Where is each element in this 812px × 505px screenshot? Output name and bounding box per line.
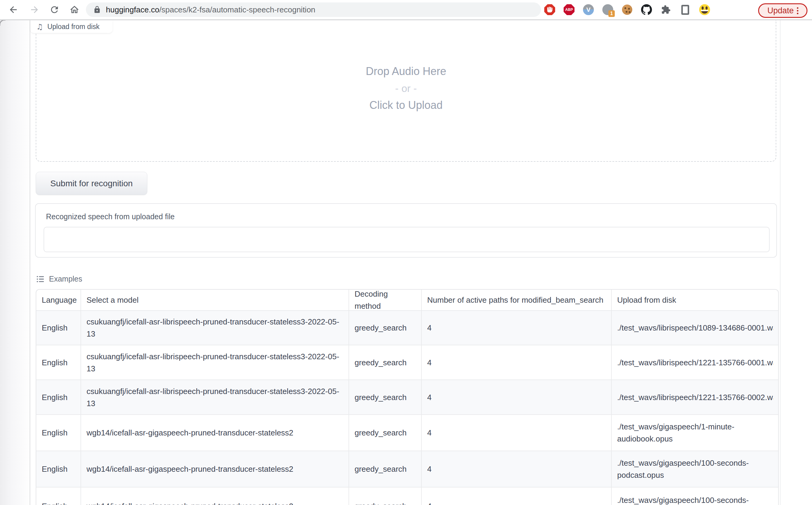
puzzle-icon <box>661 5 671 14</box>
examples-label: Examples <box>49 275 82 283</box>
notification-badge: 1 <box>608 10 615 17</box>
examples-table: LanguageSelect a modelDecoding methodNum… <box>36 289 779 505</box>
table-cell-upload-path: ./test_wavs/librispeech/1221-135766-0002… <box>612 380 779 414</box>
cookie-extension-button[interactable] <box>622 4 633 16</box>
table-cell: wgb14/icefall-asr-gigaspeech-pruned-tran… <box>81 487 349 505</box>
vimium-extension-button[interactable]: V <box>583 4 594 16</box>
example-row[interactable]: Englishwgb14/icefall-asr-gigaspeech-prun… <box>36 451 778 487</box>
abp-extension-button[interactable]: ABP <box>563 4 575 16</box>
abp-icon: ABP <box>564 4 574 15</box>
content-right-border <box>780 20 781 505</box>
adblock-extension-button[interactable] <box>544 4 555 16</box>
table-body: Englishcsukuangfj/icefall-asr-librispeec… <box>36 311 778 505</box>
table-header-row: LanguageSelect a modelDecoding methodNum… <box>36 290 778 311</box>
reload-button[interactable] <box>48 4 60 16</box>
table-cell: English <box>36 311 81 345</box>
lock-icon <box>93 6 101 14</box>
table-cell: 4 <box>422 311 612 345</box>
forward-icon <box>29 5 40 15</box>
tab-upload-from-disk[interactable]: ♫ Upload from disk <box>30 20 113 33</box>
submit-for-recognition-button[interactable]: Submit for recognition <box>36 172 147 195</box>
url-text: huggingface.co/spaces/k2-fsa/automatic-s… <box>106 5 315 14</box>
table-cell-upload-path: ./test_wavs/librispeech/1221-135766-0001… <box>612 345 779 379</box>
notification-extension-button[interactable]: 1 <box>602 4 614 16</box>
table-cell-upload-path: ./test_wavs/librispeech/1089-134686-0001… <box>612 311 779 345</box>
table-cell-upload-path: ./test_wavs/gigaspeech/1-minute-audioboo… <box>612 415 779 451</box>
drop-audio-here-text: Drop Audio Here <box>36 63 776 80</box>
table-cell: csukuangfj/icefall-asr-librispeech-prune… <box>81 311 349 345</box>
extensions-row: ABP V 1 <box>544 4 710 16</box>
table-header-cell: Select a model <box>81 290 349 310</box>
example-row[interactable]: Englishwgb14/icefall-asr-gigaspeech-prun… <box>36 487 778 505</box>
or-text: - or - <box>36 80 776 97</box>
table-header-cell: Upload from disk <box>612 290 779 310</box>
cookie-icon <box>622 5 632 15</box>
v-icon: V <box>583 4 594 15</box>
github-extension-button[interactable] <box>641 4 652 16</box>
output-group: Recognized speech from uploaded file <box>35 203 777 258</box>
gutter-border <box>30 20 30 505</box>
table-header-cell: Language <box>36 290 81 310</box>
home-button[interactable] <box>69 4 81 16</box>
table-cell: 4 <box>422 451 612 487</box>
panel-icon <box>681 5 689 15</box>
forward-button[interactable] <box>28 4 40 16</box>
extensions-menu-button[interactable] <box>660 4 672 16</box>
url-domain: huggingface.co <box>106 5 159 14</box>
github-icon <box>641 4 652 15</box>
music-note-icon: ♫ <box>36 23 43 30</box>
table-cell: English <box>36 487 81 505</box>
table-header-cell: Decoding method <box>349 290 422 310</box>
home-icon <box>69 5 80 15</box>
table-header-cell: Number of active paths for modified_beam… <box>422 290 612 310</box>
table-cell-upload-path: ./test_wavs/gigaspeech/100-seconds-podca… <box>612 451 779 487</box>
click-to-upload-text: Click to Upload <box>36 97 776 114</box>
table-cell: wgb14/icefall-asr-gigaspeech-pruned-tran… <box>81 415 349 451</box>
table-cell: greedy_search <box>349 451 422 487</box>
smiley-icon <box>699 4 710 15</box>
back-button[interactable] <box>7 4 19 16</box>
table-cell: English <box>36 345 81 379</box>
table-cell: greedy_search <box>349 311 422 345</box>
smiley-extension-button[interactable] <box>699 4 710 16</box>
example-row[interactable]: Englishcsukuangfj/icefall-asr-librispeec… <box>36 380 778 415</box>
list-icon <box>36 275 45 283</box>
output-label: Recognized speech from uploaded file <box>46 212 174 221</box>
url-path: /spaces/k2-fsa/automatic-speech-recognit… <box>159 5 315 14</box>
table-cell: wgb14/icefall-asr-gigaspeech-pruned-tran… <box>81 451 349 487</box>
table-cell: greedy_search <box>349 345 422 379</box>
table-cell: csukuangfj/icefall-asr-librispeech-prune… <box>81 380 349 414</box>
hand-icon <box>544 4 555 15</box>
table-cell: greedy_search <box>349 487 422 505</box>
toolbar-separator <box>0 19 812 20</box>
chrome-update-button[interactable]: Update <box>758 3 807 18</box>
example-row[interactable]: Englishcsukuangfj/icefall-asr-librispeec… <box>36 345 778 380</box>
table-cell: csukuangfj/icefall-asr-librispeech-prune… <box>81 345 349 379</box>
recognized-speech-textbox[interactable] <box>43 227 770 252</box>
example-row[interactable]: Englishwgb14/icefall-asr-gigaspeech-prun… <box>36 415 778 451</box>
table-cell: English <box>36 451 81 487</box>
table-cell: English <box>36 415 81 451</box>
upload-tab-label: Upload from disk <box>47 23 100 31</box>
table-cell: 4 <box>422 345 612 379</box>
table-cell: greedy_search <box>349 415 422 451</box>
window-corner <box>0 20 5 26</box>
table-cell-upload-path: ./test_wavs/gigaspeech/100-seconds-youtu… <box>612 487 779 505</box>
sidebar-extension-button[interactable] <box>679 4 691 16</box>
page-left-gutter <box>0 20 30 505</box>
table-cell: greedy_search <box>349 380 422 414</box>
back-icon <box>8 5 18 15</box>
address-bar[interactable]: huggingface.co/spaces/k2-fsa/automatic-s… <box>86 2 541 17</box>
browser-toolbar: huggingface.co/spaces/k2-fsa/automatic-s… <box>0 0 812 19</box>
dropzone-text: Drop Audio Here - or - Click to Upload <box>36 63 776 114</box>
table-cell: 4 <box>422 487 612 505</box>
menu-dots-icon <box>797 7 798 14</box>
example-row[interactable]: Englishcsukuangfj/icefall-asr-librispeec… <box>36 311 778 345</box>
table-cell: 4 <box>422 415 612 451</box>
reload-icon <box>49 5 59 15</box>
examples-header: Examples <box>36 275 82 283</box>
table-cell: 4 <box>422 380 612 414</box>
table-cell: English <box>36 380 81 414</box>
update-label: Update <box>767 6 794 15</box>
